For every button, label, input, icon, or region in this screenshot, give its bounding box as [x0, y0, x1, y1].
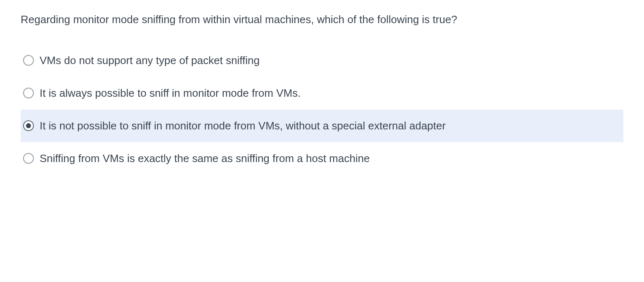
radio-icon — [23, 88, 34, 98]
radio-icon — [23, 120, 34, 131]
option-1[interactable]: It is always possible to sniff in monito… — [21, 77, 623, 110]
option-2[interactable]: It is not possible to sniff in monitor m… — [21, 110, 623, 142]
radio-icon — [23, 55, 34, 66]
option-label: VMs do not support any type of packet sn… — [40, 53, 618, 68]
option-label: It is not possible to sniff in monitor m… — [40, 119, 618, 133]
option-label: It is always possible to sniff in monito… — [40, 86, 618, 100]
radio-icon — [23, 153, 34, 164]
option-0[interactable]: VMs do not support any type of packet sn… — [21, 44, 623, 77]
option-3[interactable]: Sniffing from VMs is exactly the same as… — [21, 142, 623, 175]
options-group: VMs do not support any type of packet sn… — [21, 44, 623, 175]
question-text: Regarding monitor mode sniffing from wit… — [21, 12, 623, 27]
option-label: Sniffing from VMs is exactly the same as… — [40, 151, 618, 166]
